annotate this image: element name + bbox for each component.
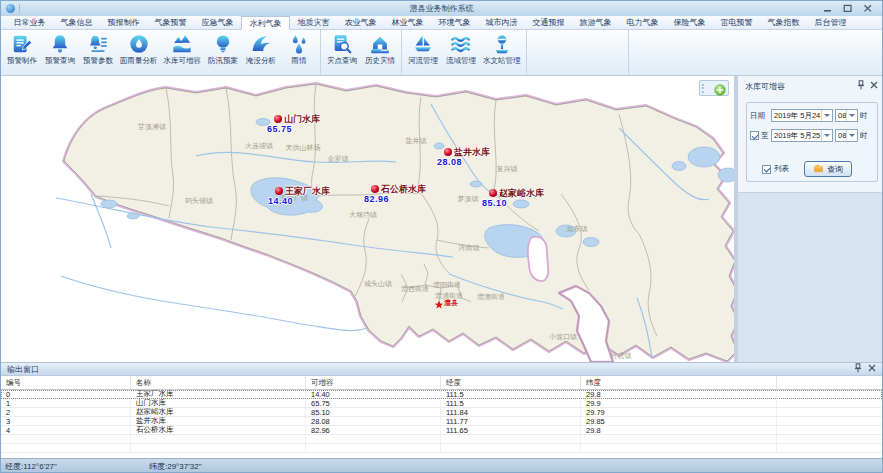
reservoir-marker-icon[interactable] <box>275 187 283 195</box>
table-cell-filler <box>777 435 882 443</box>
base-map-svg <box>1 76 734 362</box>
reservoir-marker-icon[interactable] <box>371 185 379 193</box>
toolbar-流域管理[interactable]: 流域管理 <box>442 32 480 67</box>
tab-电力气象[interactable]: 电力气象 <box>619 16 666 29</box>
toolbar-item-label: 预警查询 <box>45 56 75 66</box>
tab-保险气象[interactable]: 保险气象 <box>666 16 713 29</box>
list-checkbox[interactable] <box>762 165 771 174</box>
table-cell: 111.5 <box>441 399 581 407</box>
county-name-label: 澧县 <box>444 298 458 308</box>
tab-日常业务[interactable]: 日常业务 <box>6 16 53 29</box>
toolbar-灾点查询[interactable]: 灾点查询 <box>323 32 361 67</box>
table-cell <box>306 435 441 443</box>
maximize-icon[interactable] <box>842 4 853 14</box>
tab-后台管理[interactable]: 后台管理 <box>807 16 854 29</box>
toolbar-河流管理[interactable]: 河流管理 <box>404 32 442 67</box>
toolbar-预警制作[interactable]: 预警制作 <box>3 32 41 67</box>
toolbar-item-label: 面雨量分析 <box>120 56 158 66</box>
table-cell: 85.10 <box>306 408 441 416</box>
toolbar-面雨量分析[interactable]: 面雨量分析 <box>117 32 161 67</box>
date-label: 日期 <box>750 111 765 121</box>
wave-icon <box>250 33 272 55</box>
tab-环境气象[interactable]: 环境气象 <box>431 16 478 29</box>
table-cell: 65.75 <box>306 399 441 407</box>
column-header-filler <box>777 376 882 389</box>
table-cell: 盐井水库 <box>131 417 306 425</box>
table-row[interactable]: 2赵家峪水库85.10111.8429.79 <box>1 408 882 417</box>
query-button[interactable]: 查询 <box>804 161 852 177</box>
reservoir-marker-icon[interactable] <box>489 189 497 197</box>
bell-list-icon <box>87 33 109 55</box>
table-cell: 82.96 <box>306 426 441 434</box>
table-row[interactable] <box>1 435 882 444</box>
tab-气象信息[interactable]: 气象信息 <box>53 16 100 29</box>
output-header: 输出窗口 <box>1 363 882 376</box>
toolbar-groups: 预警制作预警查询预警参数面雨量分析水库可增容防汛预案淹没分析雨情灾点查询历史灾情… <box>1 30 882 76</box>
tab-气象预警[interactable]: 气象预警 <box>147 16 194 29</box>
toolbar-预警参数[interactable]: 预警参数 <box>79 32 117 67</box>
toolbar-item-label: 水库可增容 <box>164 56 202 66</box>
minimize-icon[interactable] <box>822 4 833 14</box>
tab-林业气象[interactable]: 林业气象 <box>384 16 431 29</box>
zoom-in-button[interactable] <box>714 82 726 94</box>
reservoir-icon <box>171 33 193 55</box>
toolbar-group-empty <box>527 30 629 75</box>
tab-雷电预警[interactable]: 雷电预警 <box>713 16 760 29</box>
table-cell: 赵家峪水库 <box>131 408 306 416</box>
pin-icon[interactable] <box>857 80 865 92</box>
tab-预报制作[interactable]: 预报制作 <box>100 16 147 29</box>
table-cell: 14.40 <box>306 390 441 398</box>
toolbar-雨情[interactable]: 雨情 <box>280 32 318 67</box>
toolbar-水库可增容[interactable]: 水库可增容 <box>161 32 205 67</box>
table-cell <box>131 444 306 452</box>
close-icon[interactable] <box>862 4 873 14</box>
toolbar-item-label: 灾点查询 <box>327 56 357 66</box>
output-title: 输出窗口 <box>7 364 39 375</box>
toolbar-item-label: 淹没分析 <box>246 56 276 66</box>
reservoir-marker-icon[interactable] <box>274 115 282 123</box>
table-row[interactable]: 3盐井水库28.08111.7729.85 <box>1 417 882 426</box>
tab-农业气象[interactable]: 农业气象 <box>337 16 384 29</box>
table-cell: 王家厂水库 <box>131 390 306 398</box>
pin-icon[interactable] <box>854 363 862 375</box>
table-cell <box>581 444 777 452</box>
to-date-checkbox[interactable] <box>750 131 759 140</box>
tab-水利气象[interactable]: 水利气象 <box>241 16 290 30</box>
tab-交通预报[interactable]: 交通预报 <box>525 16 572 29</box>
from-date-select[interactable]: 2019年 5月24日 <box>771 109 833 122</box>
toolbar-item-label: 雨情 <box>292 56 307 66</box>
table-row[interactable]: 0王家厂水库14.40111.529.8 <box>1 390 882 399</box>
from-hour-select[interactable]: 08 <box>835 109 858 122</box>
table-cell <box>441 444 581 452</box>
toolbar-历史灾情[interactable]: 历史灾情 <box>361 32 399 67</box>
menu-tabs: 日常业务气象信息预报制作气象预警应急气象水利气象地质灾害农业气象林业气象环境气象… <box>1 16 882 30</box>
table-cell: 4 <box>1 426 131 434</box>
window-title: 澧县业务制作系统 <box>1 3 882 14</box>
to-hour-select[interactable]: 08 <box>835 129 858 142</box>
to-date-select[interactable]: 2019年 5月25日 <box>771 129 833 142</box>
toolbar-淹没分析[interactable]: 淹没分析 <box>242 32 280 67</box>
table-cell <box>441 435 581 443</box>
toolbar-水文站管理[interactable]: 水文站管理 <box>480 32 524 67</box>
tab-应急气象[interactable]: 应急气象 <box>194 16 241 29</box>
tab-地质灾害[interactable]: 地质灾害 <box>290 16 337 29</box>
county-map[interactable]: 甘溪滩镇火连坡镇天供山林场金罗镇盐井镇复兴镇码头铺镇王家厂镇大堰垱镇梦溪镇如东镇… <box>1 76 734 362</box>
output-close-icon[interactable] <box>868 364 876 374</box>
table-row[interactable]: 4石公桥水库82.96111.6529.8 <box>1 426 882 435</box>
raindrops-icon <box>288 33 310 55</box>
panel-close-icon[interactable] <box>870 81 878 91</box>
toolbar-item-label: 预警参数 <box>83 56 113 66</box>
bell-icon <box>49 33 71 55</box>
reservoir-marker-icon[interactable] <box>444 148 452 156</box>
tab-城市内涝[interactable]: 城市内涝 <box>478 16 525 29</box>
title-bar: 澧县业务制作系统 <box>1 1 882 16</box>
waves-icon <box>450 33 472 55</box>
toolbar-预警查询[interactable]: 预警查询 <box>41 32 79 67</box>
table-row[interactable] <box>1 444 882 453</box>
toolbar-防汛预案[interactable]: 防汛预案 <box>204 32 242 67</box>
column-header-编号: 编号 <box>1 376 131 389</box>
tab-气象指数[interactable]: 气象指数 <box>760 16 807 29</box>
tab-旅游气象[interactable]: 旅游气象 <box>572 16 619 29</box>
table-row[interactable]: 1山门水库65.75111.529.9 <box>1 399 882 408</box>
table-cell: 111.65 <box>441 426 581 434</box>
